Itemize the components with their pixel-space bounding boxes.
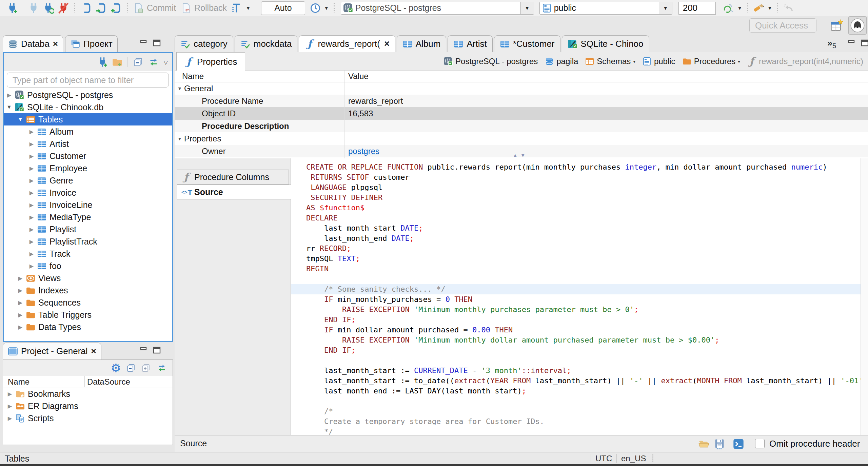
tree-item-data-types[interactable]: ▶Data Types xyxy=(4,321,172,333)
transaction-mode-icon[interactable] xyxy=(231,2,243,14)
chevron-right-icon[interactable]: ▶ xyxy=(17,324,24,330)
column-datasource[interactable]: DataSource xyxy=(87,377,130,387)
editor-tab-album[interactable]: Album xyxy=(397,35,447,52)
chevron-down-icon[interactable]: ▾ xyxy=(738,59,740,64)
editor-tab-category[interactable]: category xyxy=(175,35,233,52)
new-folder-icon[interactable] xyxy=(112,57,123,67)
code-line[interactable]: IF min_monthly_purchases = 0 THEN xyxy=(291,294,861,305)
subtab-procedure-columns[interactable]: ƒProcedure Columns xyxy=(177,170,289,185)
connect-icon[interactable] xyxy=(28,2,39,14)
quick-access-input[interactable]: Quick Access xyxy=(749,18,816,33)
code-line[interactable]: RAISE EXCEPTION 'Minimum monthly dollar … xyxy=(291,335,861,345)
editor-tab-artist[interactable]: Artist xyxy=(448,35,492,52)
code-line[interactable]: last_month_start DATE; xyxy=(291,223,861,233)
chevron-right-icon[interactable]: ▶ xyxy=(28,165,35,172)
project-item-er-diagrams[interactable]: ▶ER Diagrams xyxy=(3,400,173,412)
chevron-right-icon[interactable]: ▶ xyxy=(28,251,35,257)
chevron-right-icon[interactable]: ▶ xyxy=(28,129,35,135)
chevron-down-icon[interactable]: ▾ xyxy=(633,59,635,64)
code-line[interactable] xyxy=(291,355,861,366)
tree-item-indexes[interactable]: ▶Indexes xyxy=(4,284,172,296)
minimize-icon[interactable] xyxy=(846,38,856,48)
editor-scrollbar[interactable] xyxy=(861,158,868,435)
tree-item-views[interactable]: ▶Views xyxy=(4,272,172,284)
maximize-icon[interactable] xyxy=(860,38,868,48)
tab-projects[interactable]: Проект xyxy=(65,35,118,52)
collapse-all-icon[interactable] xyxy=(126,363,136,373)
save-to-file-icon[interactable] xyxy=(714,438,725,450)
new-connection-icon[interactable] xyxy=(97,57,108,67)
view-menu-icon[interactable]: ▽ xyxy=(164,59,168,65)
tree-item-foo[interactable]: ▶foo xyxy=(4,260,172,272)
minimize-icon[interactable] xyxy=(138,38,149,48)
breadcrumb-procedures[interactable]: Procedures▾ xyxy=(682,57,740,66)
chevron-down-icon[interactable]: ▼ xyxy=(6,104,13,110)
transaction-log-dropdown-icon[interactable]: ▼ xyxy=(324,5,329,11)
chevron-right-icon[interactable]: ▶ xyxy=(17,312,24,318)
tree-item-customer[interactable]: ▶Customer xyxy=(4,150,172,162)
code-line[interactable]: AS $function$ xyxy=(291,203,861,213)
chevron-right-icon[interactable]: ▶ xyxy=(28,141,35,147)
minimize-icon[interactable] xyxy=(138,345,149,355)
code-line[interactable]: CREATE OR REPLACE FUNCTION public.reward… xyxy=(291,162,861,172)
refresh-icon[interactable] xyxy=(721,2,734,14)
code-line[interactable]: */ xyxy=(291,427,861,435)
auto-commit-button[interactable]: Auto xyxy=(261,1,305,15)
column-value[interactable]: Value xyxy=(348,72,369,81)
tree-item-album[interactable]: ▶Album xyxy=(4,125,172,138)
tree-item-sequences[interactable]: ▶Sequences xyxy=(4,296,172,309)
project-item-bookmarks[interactable]: ▶Bookmarks xyxy=(3,388,173,400)
code-line[interactable]: DECLARE xyxy=(291,213,861,223)
tree-item-tables[interactable]: ▼Tables xyxy=(4,113,172,125)
open-console-icon[interactable] xyxy=(733,438,744,450)
link-with-editor-icon[interactable] xyxy=(156,363,168,373)
maximize-icon[interactable] xyxy=(152,38,162,48)
editor-tab--customer[interactable]: *Customer xyxy=(494,35,560,52)
object-filter-input[interactable]: Type part of object name to filter xyxy=(7,73,169,88)
subtab-source[interactable]: <>TSource xyxy=(177,185,291,199)
chevron-down-icon[interactable]: ▼ xyxy=(177,86,184,91)
tree-item-employee[interactable]: ▶Employee xyxy=(4,162,172,174)
maximize-icon[interactable] xyxy=(152,345,162,355)
chevron-right-icon[interactable]: ▶ xyxy=(28,263,35,269)
sash-collapse-icon[interactable]: ▲▼ xyxy=(513,152,528,158)
chevron-right-icon[interactable]: ▶ xyxy=(28,238,35,245)
tree-item-genre[interactable]: ▶Genre xyxy=(4,174,172,187)
highlighter-dropdown-icon[interactable]: ▼ xyxy=(768,5,772,11)
sql-editor-icon[interactable] xyxy=(80,2,92,14)
chevron-right-icon[interactable]: ▶ xyxy=(28,214,35,220)
code-line[interactable]: last_month_end := LAST_DAY(last_month_st… xyxy=(291,386,861,396)
tree-item-playlisttrack[interactable]: ▶PlaylistTrack xyxy=(4,235,172,248)
chevron-right-icon[interactable]: ▶ xyxy=(6,415,13,422)
code-line[interactable]: RETURNS SETOF customer xyxy=(291,172,861,182)
code-line[interactable]: BEGIN xyxy=(291,264,861,274)
code-line[interactable]: /* xyxy=(291,406,861,416)
code-line[interactable]: LANGUAGE plpgsql xyxy=(291,182,861,193)
collapse-all-icon[interactable] xyxy=(133,57,143,67)
source-editor[interactable]: CREATE OR REPLACE FUNCTION public.reward… xyxy=(291,158,861,435)
expand-all-icon[interactable] xyxy=(141,363,151,373)
breadcrumb-postgresql-postgres[interactable]: PostgreSQL - postgres xyxy=(443,57,538,66)
property-row-properties[interactable]: ▼Properties xyxy=(175,132,868,145)
chevron-down-icon[interactable]: ▼ xyxy=(177,136,184,141)
code-line[interactable]: last_month_end DATE; xyxy=(291,233,861,244)
tree-item-table-triggers[interactable]: ▶Table Triggers xyxy=(4,309,172,321)
close-icon[interactable]: × xyxy=(91,346,96,356)
breadcrumb-rewards-report-int4-numeric-[interactable]: ƒrewards_report(int4,numeric) xyxy=(747,57,863,66)
tab-overflow-button[interactable]: »5 xyxy=(827,38,836,50)
schema-combo-dropdown-icon[interactable]: ▼ xyxy=(659,2,672,14)
project-item-scripts[interactable]: ▶Scripts xyxy=(3,412,173,424)
code-line[interactable]: RAISE EXCEPTION 'Minimum monthly purchas… xyxy=(291,305,861,315)
breadcrumb-schemas[interactable]: Schemas▾ xyxy=(585,57,635,66)
property-row-procedure-name[interactable]: Procedure Namerewards_report xyxy=(175,95,868,107)
refresh-dropdown-icon[interactable]: ▼ xyxy=(737,5,742,11)
dbeaver-perspective-icon[interactable] xyxy=(848,16,867,35)
property-row-procedure-description[interactable]: Procedure Description xyxy=(175,120,868,132)
new-sql-editor-icon[interactable] xyxy=(110,2,122,14)
rollback-button[interactable]: Rollback xyxy=(194,3,227,13)
code-line[interactable] xyxy=(291,274,861,284)
breadcrumb-public[interactable]: public xyxy=(642,57,675,66)
commit-icon[interactable] xyxy=(133,2,144,14)
link-with-editor-icon[interactable] xyxy=(147,57,160,67)
status-locale[interactable]: en_US xyxy=(621,454,646,463)
